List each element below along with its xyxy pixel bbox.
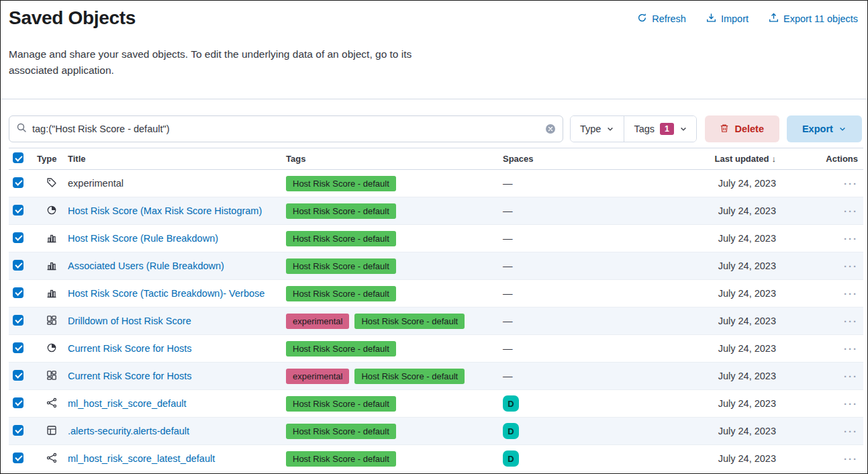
- row-title-link[interactable]: Host Risk Score (Tactic Breakdown)- Verb…: [68, 288, 264, 299]
- row-actions-button[interactable]: ···: [844, 178, 858, 189]
- tag-icon: [46, 177, 57, 188]
- last-updated: July 24, 2023: [718, 316, 776, 326]
- row-actions-button[interactable]: ···: [844, 371, 858, 382]
- row-title-link[interactable]: ml_host_risk_score_default: [68, 398, 187, 409]
- row-actions-button[interactable]: ···: [844, 260, 858, 272]
- last-updated: July 24, 2023: [718, 288, 776, 299]
- bar-chart-icon: [46, 260, 57, 271]
- row-actions-button[interactable]: ···: [844, 453, 858, 465]
- tag-badge[interactable]: Host Risk Score - default: [286, 424, 396, 439]
- table-row: Current Risk Score for HostsHost Risk Sc…: [9, 335, 863, 363]
- spaces-none: —: [503, 205, 513, 216]
- content: Type Tags 1 Delete Export: [1, 99, 867, 473]
- spaces-none: —: [503, 371, 513, 381]
- tag-badge[interactable]: Host Risk Score - default: [354, 314, 465, 329]
- export-icon: [769, 13, 779, 25]
- col-title[interactable]: Title: [68, 154, 86, 164]
- row-checkbox[interactable]: [13, 453, 23, 463]
- last-updated: July 24, 2023: [718, 178, 776, 189]
- row-actions-button[interactable]: ···: [844, 398, 858, 410]
- row-checkbox[interactable]: [13, 425, 23, 436]
- row-checkbox[interactable]: [13, 232, 23, 243]
- row-actions-button[interactable]: ···: [844, 233, 858, 244]
- delete-button[interactable]: Delete: [705, 115, 779, 142]
- space-badge-default: D: [503, 395, 519, 412]
- spaces-none: —: [503, 288, 513, 299]
- import-button[interactable]: Import: [706, 13, 749, 25]
- tags-filter-label: Tags: [634, 124, 655, 134]
- row-checkbox[interactable]: [13, 177, 23, 188]
- row-title-link[interactable]: Host Risk Score (Max Risk Score Histogra…: [68, 205, 262, 216]
- tag-badge[interactable]: Host Risk Score - default: [286, 396, 396, 412]
- row-checkbox[interactable]: [13, 260, 23, 271]
- row-checkbox[interactable]: [13, 397, 23, 408]
- refresh-button[interactable]: Refresh: [637, 13, 686, 25]
- page-header: Saved Objects Refresh Import Export 11 o…: [1, 1, 867, 79]
- last-updated: July 24, 2023: [718, 398, 776, 409]
- header-actions: Refresh Import Export 11 objects: [637, 13, 858, 25]
- export-all-button[interactable]: Export 11 objects: [769, 13, 858, 25]
- bar-chart-icon: [46, 232, 57, 243]
- row-title-link[interactable]: ml_host_risk_score_latest_default: [68, 453, 215, 464]
- table-row: experimentalHost Risk Score - default—Ju…: [9, 170, 863, 197]
- table-row: Associated Users (Rule Breakdown)Host Ri…: [9, 252, 863, 280]
- tag-badge[interactable]: Host Risk Score - default: [286, 451, 396, 467]
- row-actions-button[interactable]: ···: [844, 316, 858, 327]
- row-checkbox[interactable]: [13, 370, 23, 381]
- tag-badge[interactable]: Host Risk Score - default: [286, 203, 396, 219]
- sort-desc-icon: ↓: [772, 154, 777, 164]
- export-button[interactable]: Export: [787, 115, 862, 142]
- lens-icon: [46, 342, 57, 353]
- row-title-link[interactable]: .alerts-security.alerts-default: [68, 426, 189, 436]
- lens-icon: [46, 205, 57, 216]
- tag-badge[interactable]: Host Risk Score - default: [354, 369, 465, 384]
- tags-filter-button[interactable]: Tags 1: [624, 116, 696, 142]
- tag-badge[interactable]: Host Risk Score - default: [286, 258, 396, 274]
- tags-count-badge: 1: [660, 123, 674, 136]
- row-checkbox[interactable]: [13, 315, 23, 326]
- row-title-link[interactable]: Host Risk Score (Rule Breakdown): [68, 233, 218, 244]
- clear-search-icon[interactable]: [545, 124, 556, 134]
- row-title-link[interactable]: Current Risk Score for Hosts: [68, 371, 192, 381]
- select-all-checkbox[interactable]: [13, 152, 23, 163]
- row-actions-button[interactable]: ···: [844, 426, 858, 437]
- type-filter-button[interactable]: Type: [571, 116, 624, 142]
- col-last-updated[interactable]: Last updated ↓: [715, 154, 776, 164]
- spaces-none: —: [503, 343, 513, 354]
- row-actions-button[interactable]: ···: [844, 205, 858, 217]
- table-row: Host Risk Score (Rule Breakdown)Host Ris…: [9, 225, 863, 252]
- search-input[interactable]: [32, 124, 540, 134]
- row-title-link[interactable]: Current Risk Score for Hosts: [68, 343, 192, 354]
- import-icon: [706, 13, 716, 25]
- tag-badge[interactable]: experimental: [286, 314, 349, 329]
- tag-badge[interactable]: experimental: [286, 369, 349, 384]
- export-label: Export: [802, 124, 833, 134]
- row-checkbox[interactable]: [13, 287, 23, 298]
- col-last-updated-label: Last updated: [715, 154, 769, 164]
- spaces-none: —: [503, 233, 513, 244]
- import-label: Import: [721, 13, 749, 24]
- trash-icon: [720, 124, 729, 135]
- search-icon: [16, 122, 27, 136]
- row-title-link[interactable]: Drilldown of Host Risk Score: [68, 316, 191, 326]
- tag-badge[interactable]: Host Risk Score - default: [286, 176, 396, 191]
- chevron-down-icon: [606, 125, 614, 133]
- row-actions-button[interactable]: ···: [844, 288, 858, 299]
- row-actions-button[interactable]: ···: [844, 343, 858, 354]
- tag-badge[interactable]: Host Risk Score - default: [286, 231, 396, 246]
- tag-badge[interactable]: Host Risk Score - default: [286, 286, 396, 301]
- refresh-icon: [637, 13, 647, 25]
- ml-icon: [46, 453, 57, 463]
- saved-objects-table: Type Title Tags Spaces Last updated ↓ Ac…: [9, 148, 863, 473]
- row-title-link[interactable]: Associated Users (Rule Breakdown): [68, 260, 224, 271]
- export-all-label: Export 11 objects: [783, 13, 858, 24]
- dashboard-icon: [46, 370, 57, 381]
- table-row: ml_host_risk_score_latest_defaultHost Ri…: [9, 445, 863, 473]
- last-updated: July 24, 2023: [718, 343, 776, 354]
- refresh-label: Refresh: [652, 13, 686, 24]
- spaces-none: —: [503, 178, 513, 189]
- row-checkbox[interactable]: [13, 342, 23, 353]
- spaces-none: —: [503, 316, 513, 326]
- tag-badge[interactable]: Host Risk Score - default: [286, 341, 396, 357]
- row-checkbox[interactable]: [13, 205, 23, 216]
